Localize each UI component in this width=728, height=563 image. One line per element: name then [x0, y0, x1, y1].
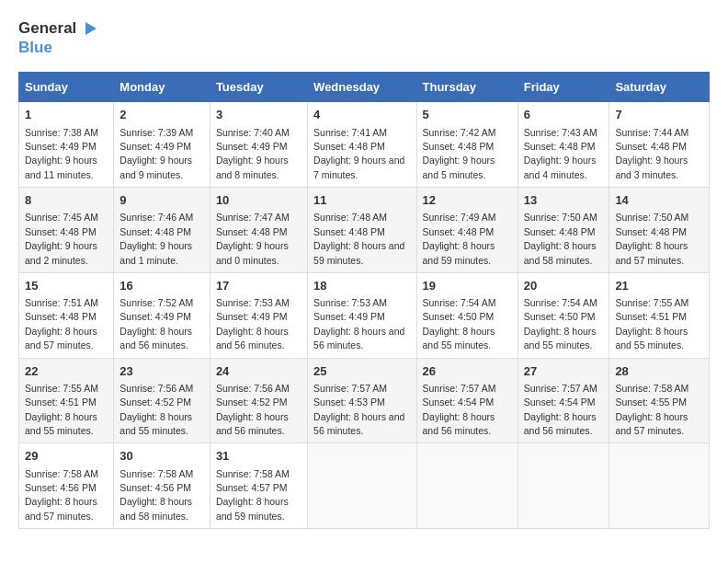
day-number: 30	[119, 448, 204, 465]
day-info: Sunrise: 7:55 AMSunset: 4:51 PMDaylight:…	[25, 383, 98, 436]
day-info: Sunrise: 7:44 AMSunset: 4:48 PMDaylight:…	[615, 127, 688, 180]
calendar-cell: 26Sunrise: 7:57 AMSunset: 4:54 PMDayligh…	[416, 358, 518, 443]
calendar-cell: 15Sunrise: 7:51 AMSunset: 4:48 PMDayligh…	[19, 272, 114, 358]
day-number: 17	[216, 278, 301, 294]
calendar-cell: 3Sunrise: 7:40 AMSunset: 4:49 PMDaylight…	[210, 102, 307, 188]
day-number: 3	[216, 107, 301, 123]
day-number: 12	[423, 192, 512, 209]
calendar-cell: 23Sunrise: 7:56 AMSunset: 4:52 PMDayligh…	[114, 358, 210, 443]
calendar-cell: 24Sunrise: 7:56 AMSunset: 4:52 PMDayligh…	[210, 358, 307, 443]
day-info: Sunrise: 7:50 AMSunset: 4:48 PMDaylight:…	[524, 212, 597, 265]
day-number: 22	[25, 363, 108, 380]
day-number: 19	[423, 278, 512, 294]
calendar-cell: 13Sunrise: 7:50 AMSunset: 4:48 PMDayligh…	[518, 188, 609, 273]
day-number: 28	[615, 363, 703, 380]
day-number: 27	[524, 363, 604, 380]
day-info: Sunrise: 7:57 AMSunset: 4:54 PMDaylight:…	[524, 383, 597, 436]
day-info: Sunrise: 7:55 AMSunset: 4:51 PMDaylight:…	[615, 297, 688, 350]
day-info: Sunrise: 7:58 AMSunset: 4:56 PMDaylight:…	[119, 468, 193, 522]
day-info: Sunrise: 7:48 AMSunset: 4:48 PMDaylight:…	[313, 212, 404, 265]
weekday-header: Sunday	[19, 73, 114, 102]
day-info: Sunrise: 7:58 AMSunset: 4:56 PMDaylight:…	[25, 468, 98, 522]
day-number: 8	[25, 192, 108, 209]
calendar-cell: 14Sunrise: 7:50 AMSunset: 4:48 PMDayligh…	[609, 188, 710, 273]
day-info: Sunrise: 7:57 AMSunset: 4:53 PMDaylight:…	[313, 383, 404, 436]
logo: General Blue	[18, 18, 98, 57]
calendar-cell: 6Sunrise: 7:43 AMSunset: 4:48 PMDaylight…	[518, 102, 609, 188]
day-number: 26	[423, 363, 512, 380]
calendar-cell: 21Sunrise: 7:55 AMSunset: 4:51 PMDayligh…	[609, 272, 710, 358]
day-info: Sunrise: 7:42 AMSunset: 4:48 PMDaylight:…	[423, 127, 496, 180]
calendar-cell: 18Sunrise: 7:53 AMSunset: 4:49 PMDayligh…	[308, 272, 416, 358]
day-number: 5	[423, 107, 512, 123]
day-info: Sunrise: 7:52 AMSunset: 4:49 PMDaylight:…	[119, 297, 193, 350]
calendar-cell: 31Sunrise: 7:58 AMSunset: 4:57 PMDayligh…	[210, 443, 307, 529]
day-number: 18	[313, 278, 410, 294]
calendar-week-row: 22Sunrise: 7:55 AMSunset: 4:51 PMDayligh…	[19, 358, 710, 443]
calendar-cell: 10Sunrise: 7:47 AMSunset: 4:48 PMDayligh…	[210, 188, 307, 273]
day-info: Sunrise: 7:38 AMSunset: 4:49 PMDaylight:…	[25, 127, 98, 180]
calendar-cell: 29Sunrise: 7:58 AMSunset: 4:56 PMDayligh…	[19, 443, 114, 529]
day-info: Sunrise: 7:58 AMSunset: 4:57 PMDaylight:…	[216, 468, 290, 522]
day-number: 2	[119, 107, 204, 123]
day-info: Sunrise: 7:57 AMSunset: 4:54 PMDaylight:…	[423, 383, 496, 436]
day-number: 20	[524, 278, 604, 294]
day-number: 6	[524, 107, 604, 123]
day-number: 21	[615, 278, 703, 294]
day-info: Sunrise: 7:56 AMSunset: 4:52 PMDaylight:…	[216, 383, 290, 436]
day-number: 16	[119, 278, 204, 294]
day-info: Sunrise: 7:53 AMSunset: 4:49 PMDaylight:…	[216, 297, 290, 350]
logo-arrow-icon	[78, 18, 98, 39]
calendar-cell: 30Sunrise: 7:58 AMSunset: 4:56 PMDayligh…	[114, 443, 210, 529]
calendar-cell: 9Sunrise: 7:46 AMSunset: 4:48 PMDaylight…	[114, 188, 210, 273]
calendar-cell: 22Sunrise: 7:55 AMSunset: 4:51 PMDayligh…	[19, 358, 114, 443]
day-number: 29	[25, 448, 108, 465]
weekday-header: Monday	[114, 73, 210, 102]
calendar-cell: 8Sunrise: 7:45 AMSunset: 4:48 PMDaylight…	[19, 188, 114, 273]
day-number: 1	[25, 107, 108, 123]
day-number: 4	[313, 107, 410, 123]
calendar-week-row: 8Sunrise: 7:45 AMSunset: 4:48 PMDaylight…	[19, 188, 710, 273]
day-number: 14	[615, 192, 703, 209]
day-info: Sunrise: 7:39 AMSunset: 4:49 PMDaylight:…	[119, 127, 193, 180]
calendar-cell: 17Sunrise: 7:53 AMSunset: 4:49 PMDayligh…	[210, 272, 307, 358]
day-info: Sunrise: 7:46 AMSunset: 4:48 PMDaylight:…	[119, 212, 193, 265]
calendar-cell	[609, 443, 710, 529]
day-info: Sunrise: 7:49 AMSunset: 4:48 PMDaylight:…	[423, 212, 496, 265]
day-number: 25	[313, 363, 410, 380]
day-number: 15	[25, 278, 108, 294]
calendar-table: SundayMondayTuesdayWednesdayThursdayFrid…	[18, 72, 710, 529]
day-info: Sunrise: 7:54 AMSunset: 4:50 PMDaylight:…	[423, 297, 496, 350]
day-number: 7	[615, 107, 703, 123]
logo-container: General Blue	[18, 18, 98, 57]
calendar-cell	[518, 443, 609, 529]
day-number: 9	[119, 192, 204, 209]
header: General Blue	[18, 18, 710, 57]
day-info: Sunrise: 7:45 AMSunset: 4:48 PMDaylight:…	[25, 212, 98, 265]
calendar-cell: 28Sunrise: 7:58 AMSunset: 4:55 PMDayligh…	[609, 358, 710, 443]
calendar-cell: 4Sunrise: 7:41 AMSunset: 4:48 PMDaylight…	[308, 102, 416, 188]
weekday-header: Saturday	[609, 73, 710, 102]
calendar-week-row: 1Sunrise: 7:38 AMSunset: 4:49 PMDaylight…	[19, 102, 710, 188]
day-number: 31	[216, 448, 301, 465]
day-info: Sunrise: 7:56 AMSunset: 4:52 PMDaylight:…	[119, 383, 193, 436]
day-info: Sunrise: 7:51 AMSunset: 4:48 PMDaylight:…	[25, 297, 98, 350]
day-info: Sunrise: 7:40 AMSunset: 4:49 PMDaylight:…	[216, 127, 290, 180]
calendar-week-row: 29Sunrise: 7:58 AMSunset: 4:56 PMDayligh…	[19, 443, 710, 529]
logo-blue: Blue	[18, 39, 98, 57]
day-info: Sunrise: 7:54 AMSunset: 4:50 PMDaylight:…	[524, 297, 597, 350]
calendar-week-row: 15Sunrise: 7:51 AMSunset: 4:48 PMDayligh…	[19, 272, 710, 358]
calendar-cell	[308, 443, 416, 529]
day-info: Sunrise: 7:58 AMSunset: 4:55 PMDaylight:…	[615, 383, 688, 436]
weekday-header: Thursday	[416, 73, 518, 102]
day-number: 24	[216, 363, 301, 380]
weekday-header: Friday	[518, 73, 609, 102]
weekday-header-row: SundayMondayTuesdayWednesdayThursdayFrid…	[19, 73, 710, 102]
day-info: Sunrise: 7:41 AMSunset: 4:48 PMDaylight:…	[313, 127, 404, 180]
calendar-cell: 27Sunrise: 7:57 AMSunset: 4:54 PMDayligh…	[518, 358, 609, 443]
day-number: 23	[119, 363, 204, 380]
day-info: Sunrise: 7:47 AMSunset: 4:48 PMDaylight:…	[216, 212, 290, 265]
svg-marker-0	[85, 22, 97, 35]
calendar-cell: 2Sunrise: 7:39 AMSunset: 4:49 PMDaylight…	[114, 102, 210, 188]
calendar-cell: 11Sunrise: 7:48 AMSunset: 4:48 PMDayligh…	[308, 188, 416, 273]
